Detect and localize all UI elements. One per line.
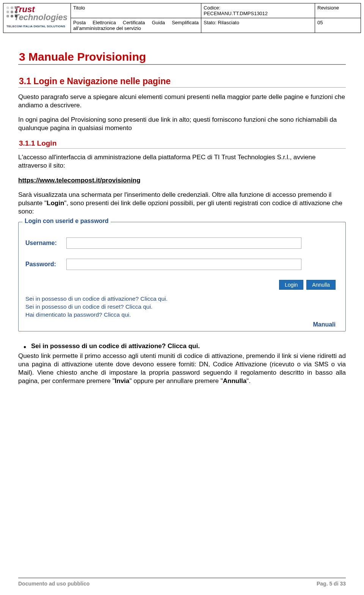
heading-h3: 3.1.1 Login — [18, 139, 346, 149]
para-4c: ", sono presenti dei link delle opzioni … — [18, 199, 342, 215]
doc-header: Trust Technologies TELECOM ITALIA DIGITA… — [3, 3, 361, 33]
para-4: Sarà visualizzata una schermata per l'in… — [18, 191, 346, 216]
codice-value: PECEMANU.TT.DMPS13012 — [204, 11, 268, 16]
form-legend: Login con userid e password — [22, 218, 111, 224]
password-input[interactable] — [66, 259, 301, 270]
footer-left: Documento ad uso pubblico — [18, 581, 89, 587]
heading-h2: 3.1 Login e Navigazione nelle pagine — [18, 76, 346, 88]
para-5-invia: Invia — [115, 377, 130, 385]
para-3: L'accesso all'interfaccia di amministraz… — [18, 153, 346, 170]
logo-text-tech: Technologies — [14, 14, 67, 22]
logo-icon — [6, 6, 13, 18]
codice-label: Codice: — [204, 5, 220, 11]
footer-page: Pag. 5 di 33 — [317, 581, 346, 587]
para-2: In ogni pagina del Provisioning sono pre… — [18, 116, 346, 132]
heading-h1: 3 Manuale Provisioning — [18, 50, 346, 65]
cancel-button[interactable]: Annulla — [306, 280, 336, 290]
logo-subtext: TELECOM ITALIA DIGITAL SOLUTIONS — [6, 25, 67, 28]
form-link-attivazione[interactable]: Sei in possesso di un codice di attivazi… — [25, 295, 339, 303]
para-4-bold: Login — [47, 199, 64, 207]
header-rev-value: 05 — [315, 18, 361, 33]
logo-cell: Trust Technologies TELECOM ITALIA DIGITA… — [3, 3, 71, 33]
para-5: Questo link permette il primo accesso ag… — [18, 352, 346, 385]
bullet-text: Sei in possesso di un codice di attivazi… — [31, 342, 200, 350]
para-5-annulla: Annulla — [223, 377, 246, 385]
login-button[interactable]: Login — [279, 280, 303, 290]
header-desc: Posta Elettronica Certificata Guida Semp… — [71, 18, 201, 33]
stato-label: Stato: — [204, 20, 217, 25]
form-link-reset[interactable]: Sei in possesso di un codice di reset? C… — [25, 303, 339, 311]
header-codice: Codice: PECEMANU.TT.DMPS13012 — [201, 3, 315, 18]
header-stato: Stato: Rilasciato — [201, 18, 315, 33]
para-5e: ". — [246, 377, 251, 385]
header-titolo-label: Titolo — [71, 3, 201, 18]
para-1: Questo paragrafo serve a spiegare alcuni… — [18, 93, 346, 110]
form-link-password[interactable]: Hai dimenticato la password? Clicca qui. — [25, 311, 339, 319]
page-footer: Documento ad uso pubblico Pag. 5 di 33 — [18, 578, 346, 587]
username-input[interactable] — [66, 237, 301, 249]
header-revisione-label: Revisione — [315, 3, 361, 18]
provisioning-url: https://www.telecompost.it/provisioning — [18, 177, 140, 184]
username-label: Username: — [25, 240, 66, 246]
stato-value: Rilasciato — [218, 20, 239, 25]
form-link-manuali[interactable]: Manuali — [25, 321, 339, 328]
login-form-screenshot: Login con userid e password Username: Pa… — [18, 222, 346, 331]
bullet-attivazione: Sei in possesso di un codice di attivazi… — [31, 342, 346, 350]
password-label: Password: — [25, 261, 66, 268]
para-5c: " oppure per annullare premere " — [129, 377, 223, 385]
